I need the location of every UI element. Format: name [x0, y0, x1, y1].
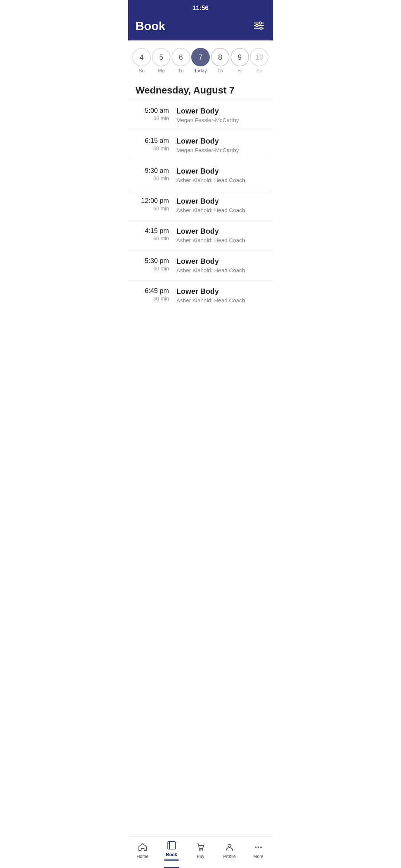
class-instructor: Asher Klahold: Head Coach	[176, 207, 265, 213]
day-name: Today	[194, 68, 207, 73]
day-name: Th	[217, 68, 223, 73]
class-duration: 60 min	[136, 206, 169, 211]
status-bar: 11:56	[128, 0, 273, 15]
calendar-day-4[interactable]: 4Su	[132, 48, 151, 73]
class-item[interactable]: 5:30 pm60 minLower BodyAsher Klahold: He…	[128, 250, 273, 280]
calendar-day-7[interactable]: 7Today	[191, 48, 210, 73]
day-name: Sa	[257, 68, 263, 73]
class-duration: 60 min	[136, 236, 169, 241]
calendar-day-8[interactable]: 8Th	[211, 48, 230, 73]
page-title: Book	[136, 19, 165, 33]
class-time: 6:15 am	[136, 137, 169, 145]
class-time-block: 6:45 pm60 min	[136, 287, 176, 302]
class-instructor: Asher Klahold: Head Coach	[176, 177, 265, 183]
class-instructor: Megan Fessler-McCarthy	[176, 147, 265, 153]
day-number: 4	[132, 48, 151, 66]
svg-point-3	[256, 24, 258, 27]
content-area: 4Su5Mo6Tu7Today8Th9Fr10Sa Wednesday, Aug…	[128, 40, 273, 340]
class-name: Lower Body	[176, 167, 265, 175]
day-number: 6	[172, 48, 190, 66]
class-time-block: 6:15 am60 min	[136, 137, 176, 151]
svg-point-1	[259, 22, 261, 24]
class-time-block: 9:30 am60 min	[136, 167, 176, 181]
day-number: 9	[231, 48, 249, 66]
class-instructor: Megan Fessler-McCarthy	[176, 117, 265, 123]
class-info: Lower BodyMegan Fessler-McCarthy	[176, 137, 265, 153]
class-duration: 60 min	[136, 296, 169, 302]
class-time-block: 5:30 pm60 min	[136, 257, 176, 272]
class-item[interactable]: 9:30 am60 minLower BodyAsher Klahold: He…	[128, 160, 273, 190]
class-info: Lower BodyAsher Klahold: Head Coach	[176, 257, 265, 273]
class-duration: 60 min	[136, 175, 169, 181]
day-number: 10	[250, 48, 268, 66]
day-name: Mo	[158, 68, 164, 73]
status-time: 11:56	[192, 4, 208, 11]
calendar-day-10[interactable]: 10Sa	[250, 48, 269, 73]
header: Book	[128, 15, 273, 40]
class-info: Lower BodyAsher Klahold: Head Coach	[176, 287, 265, 303]
day-name: Fr	[238, 68, 242, 73]
filter-button[interactable]	[252, 20, 265, 33]
class-duration: 60 min	[136, 115, 169, 121]
class-time: 12:00 pm	[136, 197, 169, 205]
class-info: Lower BodyAsher Klahold: Head Coach	[176, 197, 265, 213]
class-name: Lower Body	[176, 287, 265, 296]
class-name: Lower Body	[176, 107, 265, 115]
class-item[interactable]: 5:00 am60 minLower BodyMegan Fessler-McC…	[128, 100, 273, 130]
class-info: Lower BodyMegan Fessler-McCarthy	[176, 107, 265, 123]
class-duration: 60 min	[136, 145, 169, 151]
calendar-day-5[interactable]: 5Mo	[151, 48, 171, 73]
day-number: 7	[191, 48, 210, 66]
class-instructor: Asher Klahold: Head Coach	[176, 237, 265, 243]
class-time: 4:15 pm	[136, 227, 169, 235]
class-name: Lower Body	[176, 257, 265, 266]
class-item[interactable]: 12:00 pm60 minLower BodyAsher Klahold: H…	[128, 190, 273, 220]
class-info: Lower BodyAsher Klahold: Head Coach	[176, 167, 265, 183]
class-info: Lower BodyAsher Klahold: Head Coach	[176, 227, 265, 243]
filter-icon	[254, 21, 264, 30]
day-number: 5	[152, 48, 170, 66]
class-time: 9:30 am	[136, 167, 169, 175]
day-name: Tu	[178, 68, 184, 73]
class-time: 5:30 pm	[136, 257, 169, 265]
class-name: Lower Body	[176, 227, 265, 236]
class-time-block: 12:00 pm60 min	[136, 197, 176, 211]
class-item[interactable]: 6:45 pm60 minLower BodyAsher Klahold: He…	[128, 280, 273, 310]
calendar-day-6[interactable]: 6Tu	[171, 48, 190, 73]
class-list: 5:00 am60 minLower BodyMegan Fessler-McC…	[128, 100, 273, 310]
class-item[interactable]: 4:15 pm60 minLower BodyAsher Klahold: He…	[128, 220, 273, 250]
class-name: Lower Body	[176, 197, 265, 206]
class-instructor: Asher Klahold: Head Coach	[176, 267, 265, 273]
day-number: 8	[211, 48, 229, 66]
class-instructor: Asher Klahold: Head Coach	[176, 297, 265, 303]
class-duration: 60 min	[136, 266, 169, 272]
calendar-strip: 4Su5Mo6Tu7Today8Th9Fr10Sa	[128, 40, 273, 77]
class-name: Lower Body	[176, 137, 265, 145]
day-name: Su	[138, 68, 144, 73]
date-heading: Wednesday, August 7	[128, 77, 273, 100]
class-item[interactable]: 6:15 am60 minLower BodyMegan Fessler-McC…	[128, 130, 273, 160]
class-time-block: 4:15 pm60 min	[136, 227, 176, 241]
class-time: 6:45 pm	[136, 287, 169, 295]
svg-point-5	[260, 27, 262, 29]
class-time-block: 5:00 am60 min	[136, 107, 176, 121]
calendar-day-9[interactable]: 9Fr	[230, 48, 250, 73]
class-time: 5:00 am	[136, 107, 169, 115]
